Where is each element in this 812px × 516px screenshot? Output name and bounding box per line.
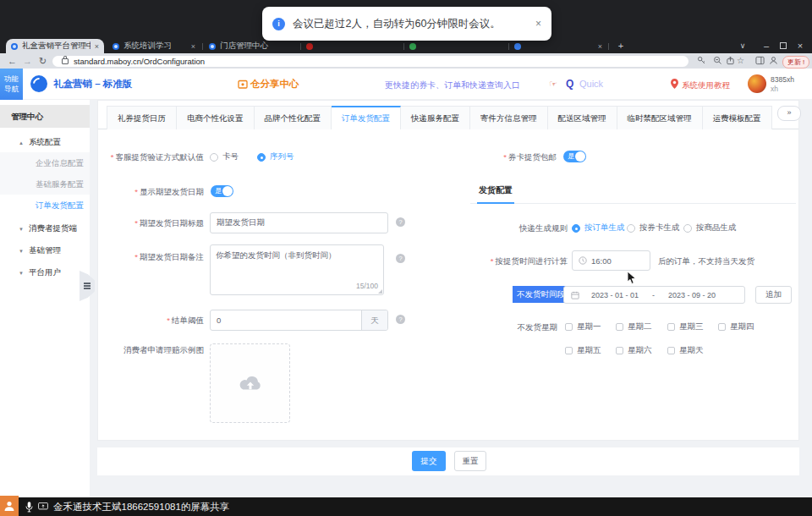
weekday-sat[interactable]: 星期六 [616, 345, 652, 356]
checkbox-icon[interactable] [565, 347, 573, 354]
checkbox-icon[interactable] [667, 323, 675, 331]
browser-tab-6[interactable]: × [509, 39, 607, 53]
browser-tab-title: 门店管理中心 [220, 41, 289, 52]
append-range-button[interactable]: 追加 [755, 286, 792, 304]
gen-rule-by-product[interactable]: 按商品生成 [683, 222, 737, 233]
char-counter: 15/100 [356, 281, 378, 292]
tab-order-shipping[interactable]: 订单发货配置 [332, 106, 401, 129]
tab-close-icon[interactable]: × [95, 42, 99, 51]
gen-rule-by-coupon[interactable]: 按券卡生成 [627, 222, 680, 233]
gen-rule-by-order[interactable]: 按订单生成 [572, 222, 625, 233]
weekday-thu[interactable]: 星期四 [718, 321, 754, 332]
back-icon[interactable]: ← [8, 55, 17, 67]
tab-separator [202, 43, 203, 50]
pickup-time-input[interactable]: 16:00 [572, 250, 650, 271]
weekday-mon[interactable]: 星期一 [565, 321, 601, 332]
toast-close-icon[interactable]: × [535, 18, 541, 30]
tab-delivery-area[interactable]: 配送区域管理 [548, 106, 617, 129]
share-icon[interactable] [726, 56, 735, 65]
reload-icon[interactable]: ↻ [39, 55, 47, 67]
tab-close-icon[interactable]: × [191, 42, 195, 51]
sidebar-group-basic-mgmt[interactable]: ▼ 基础管理 [19, 245, 61, 256]
tab-overflow-button[interactable]: » [777, 106, 801, 121]
claim-image-upload[interactable] [210, 343, 290, 423]
browser-tab-title: 系统培训学习 [123, 41, 187, 52]
update-button[interactable]: 更新 ! [782, 56, 809, 69]
checkbox-icon[interactable] [718, 323, 726, 331]
show-expect-date-toggle[interactable]: 是 [211, 185, 233, 197]
bookmark-star-icon[interactable]: ☆ [737, 55, 744, 67]
browser-tab-title: 礼盒营销平台管理中心 [22, 41, 91, 52]
tab-freight-template[interactable]: 运费模板配置 [703, 106, 772, 129]
sidebar-group-platform-users[interactable]: ▼ 平台用户 [19, 267, 61, 278]
sidebar-item-order-shipping[interactable]: 订单发货配置 [0, 195, 90, 216]
browser-tab-3[interactable]: 门店管理中心 [204, 39, 299, 53]
submit-button[interactable]: 提交 [412, 451, 446, 471]
close-threshold-input[interactable]: 0 天 [210, 310, 388, 331]
radio-unselected-icon[interactable] [627, 224, 635, 233]
browser-tab-4[interactable] [301, 39, 401, 53]
lock-icon[interactable] [62, 58, 69, 64]
sidebar-item-basic-service[interactable]: 基础服务配置 [0, 173, 90, 195]
browser-tab-1[interactable]: 礼盒营销平台管理中心 × [6, 39, 104, 53]
weekday-fri[interactable]: 星期五 [565, 345, 601, 356]
tab-ecommerce-custom[interactable]: 电商个性化设置 [177, 106, 255, 129]
tab-close-icon[interactable]: × [598, 42, 602, 51]
zoom-icon[interactable] [713, 56, 722, 65]
checkbox-icon[interactable] [616, 347, 623, 354]
verify-option-card-no[interactable]: 卡号 [210, 151, 239, 162]
function-nav-toggle[interactable]: 功能 导航 [0, 69, 23, 100]
radio-selected-icon[interactable] [572, 224, 580, 233]
verify-option-serial-no[interactable]: 序列号 [257, 151, 294, 162]
sidebar-collapse-handle[interactable] [80, 271, 95, 301]
checkbox-icon[interactable] [565, 323, 573, 331]
tutorial-link[interactable]: 系统使用教程 [682, 80, 730, 91]
user-avatar[interactable] [748, 74, 766, 93]
checkbox-label: 星期一 [577, 321, 601, 332]
toggle-knob [575, 151, 585, 162]
weekday-sun[interactable]: 星期天 [667, 345, 704, 356]
free-shipping-toggle[interactable]: 是 [563, 151, 586, 162]
app-header: 功能 导航 礼盒营销 – 标准版 仓分享中心 更快捷的券卡、订单和快递查询入口 … [0, 69, 812, 100]
radio-unselected-icon[interactable] [210, 153, 218, 162]
browser-tab-5[interactable] [404, 39, 506, 53]
help-icon[interactable]: ? [396, 217, 405, 227]
tab-coupon-calendar[interactable]: 礼券提货日历 [107, 106, 177, 129]
share-center-link[interactable]: 仓分享中心 [250, 78, 299, 91]
unit-suffix: 天 [361, 310, 387, 330]
required-asterisk: * [503, 152, 507, 162]
minimize-icon[interactable]: – [760, 40, 773, 52]
weekday-tue[interactable]: 星期二 [616, 321, 652, 332]
sidebar-group-consumer[interactable]: ▼ 消费者提货端 [19, 223, 77, 234]
side-panel-icon[interactable] [755, 56, 765, 65]
address-bar[interactable]: standard.maboy.cn/OrdConfiguration [52, 56, 689, 67]
quick-label[interactable]: Quick [579, 79, 603, 89]
radio-unselected-icon[interactable] [683, 224, 692, 233]
new-tab-icon[interactable]: + [614, 40, 628, 52]
tab-search-chevron-icon[interactable]: ∨ [736, 40, 749, 52]
resize-handle-icon[interactable] [378, 289, 382, 294]
expect-date-title-input[interactable]: 期望发货日期 [210, 212, 388, 233]
sidebar-item-company-info[interactable]: 企业信息配置 [0, 152, 90, 173]
quick-search-icon[interactable]: Q [566, 78, 573, 90]
help-icon[interactable]: ? [396, 315, 405, 324]
browser-tab-2[interactable]: 系统培训学习 × [107, 39, 200, 53]
help-icon[interactable]: ? [396, 254, 405, 263]
tab-sender-info[interactable]: 寄件方信息管理 [470, 106, 548, 129]
reset-button[interactable]: 重置 [454, 451, 486, 471]
tab-temp-ban-area[interactable]: 临时禁配区域管理 [617, 106, 703, 129]
tab-express-service[interactable]: 快递服务配置 [401, 106, 470, 129]
profile-icon[interactable] [769, 56, 778, 65]
window-close-icon[interactable]: × [793, 40, 807, 52]
sidebar-group-system-config[interactable]: ▲ 系统配置 [19, 137, 61, 148]
checkbox-icon[interactable] [616, 323, 623, 331]
forward-icon[interactable]: → [23, 55, 32, 67]
radio-selected-icon[interactable] [257, 153, 266, 162]
checkbox-icon[interactable] [667, 347, 675, 354]
password-key-icon[interactable] [697, 56, 706, 65]
tab-brand-custom[interactable]: 品牌个性化配置 [255, 106, 332, 129]
maximize-icon[interactable] [776, 40, 790, 52]
no-ship-date-range[interactable]: 2023 - 01 - 01 - 2023 - 09 - 20 [563, 286, 745, 304]
weekday-wed[interactable]: 星期三 [667, 321, 704, 332]
expect-date-note-textarea[interactable]: 你希望的发货时间（非到货时间） 15/100 [210, 244, 384, 295]
